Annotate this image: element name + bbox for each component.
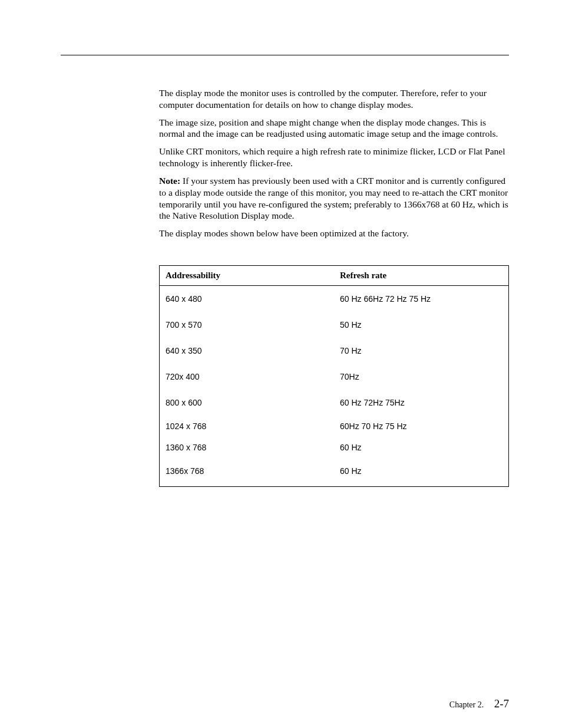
table-row: 1366x 768 60 Hz — [160, 458, 509, 487]
paragraph-5: The display modes shown below have been … — [159, 228, 509, 239]
footer-page-number: 2-7 — [494, 697, 509, 710]
display-modes-table-wrap: Addressability Refresh rate 640 x 480 60… — [159, 265, 509, 487]
page-footer: Chapter 2. 2-7 — [449, 697, 509, 710]
table-row: 640 x 480 60 Hz 66Hz 72 Hz 75 Hz — [160, 286, 509, 312]
table-header-row: Addressability Refresh rate — [160, 266, 509, 286]
cell-refresh-rate: 70Hz — [334, 364, 509, 390]
table-row: 720x 400 70Hz — [160, 364, 509, 390]
table-row: 640 x 350 70 Hz — [160, 338, 509, 364]
cell-addressability: 640 x 350 — [160, 338, 335, 364]
paragraph-2: The image size, position and shape might… — [159, 117, 509, 140]
table-row: 1024 x 768 60Hz 70 Hz 75 Hz — [160, 416, 509, 437]
header-refresh-rate: Refresh rate — [334, 266, 509, 286]
cell-refresh-rate: 60 Hz 66Hz 72 Hz 75 Hz — [334, 286, 509, 312]
paragraph-4: If your system has previously been used … — [159, 176, 508, 220]
cell-refresh-rate: 60 Hz — [334, 458, 509, 487]
cell-addressability: 1366x 768 — [160, 458, 335, 487]
cell-addressability: 720x 400 — [160, 364, 335, 390]
cell-addressability: 700 x 570 — [160, 312, 335, 338]
paragraph-1: The display mode the monitor uses is con… — [159, 87, 509, 111]
display-modes-table: Addressability Refresh rate 640 x 480 60… — [159, 265, 509, 487]
paragraph-note: Note: If your system has previously been… — [159, 175, 509, 222]
cell-addressability: 800 x 600 — [160, 390, 335, 416]
cell-refresh-rate: 50 Hz — [334, 312, 509, 338]
table-row: 700 x 570 50 Hz — [160, 312, 509, 338]
table-row: 1360 x 768 60 Hz — [160, 437, 509, 458]
cell-addressability: 640 x 480 — [160, 286, 335, 312]
header-addressability: Addressability — [160, 266, 335, 286]
cell-refresh-rate: 60Hz 70 Hz 75 Hz — [334, 416, 509, 437]
table-row: 800 x 600 60 Hz 72Hz 75Hz — [160, 390, 509, 416]
note-label: Note: — [159, 176, 180, 186]
horizontal-rule — [61, 55, 509, 55]
cell-refresh-rate: 60 Hz — [334, 437, 509, 458]
cell-addressability: 1024 x 768 — [160, 416, 335, 437]
main-content: The display mode the monitor uses is con… — [159, 87, 509, 487]
cell-refresh-rate: 60 Hz 72Hz 75Hz — [334, 390, 509, 416]
paragraph-3: Unlike CRT monitors, which require a hig… — [159, 146, 509, 169]
cell-addressability: 1360 x 768 — [160, 437, 335, 458]
cell-refresh-rate: 70 Hz — [334, 338, 509, 364]
footer-chapter: Chapter 2. — [449, 700, 484, 709]
